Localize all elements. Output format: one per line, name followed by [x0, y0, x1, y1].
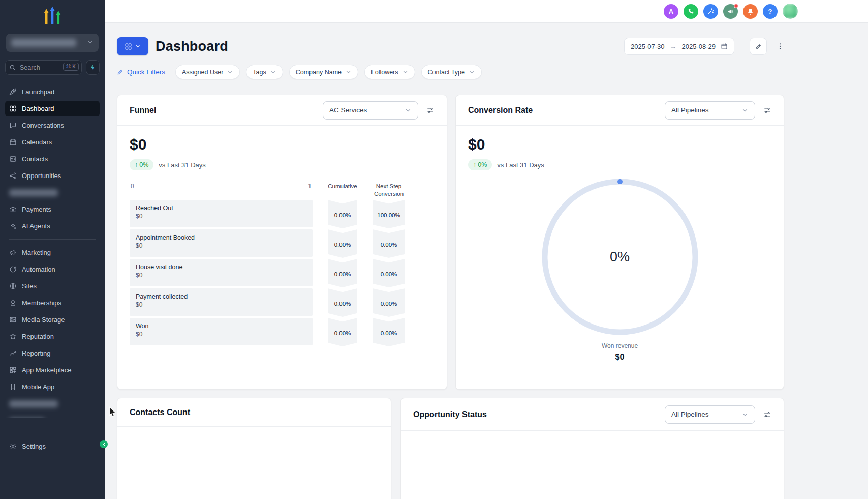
sidebar-item-label: Memberships	[22, 299, 61, 307]
bell-icon	[747, 8, 754, 15]
arrow-up-icon: ↑	[473, 161, 476, 168]
notification-dot	[734, 4, 738, 8]
sidebar-item-mobile-app[interactable]: Mobile App	[5, 379, 100, 395]
filter-assigned-user[interactable]: Assigned User	[175, 65, 240, 79]
megaphone-icon	[9, 249, 17, 256]
sidebar-item-contacts[interactable]: Contacts	[5, 151, 100, 167]
cumulative-cell: 0.00%	[328, 200, 357, 228]
pill-label: Followers	[371, 69, 398, 76]
phone-button[interactable]	[684, 4, 698, 19]
share-nodes-icon	[9, 172, 17, 180]
sidebar-item-launchpad[interactable]: Launchpad	[5, 84, 100, 100]
pill-label: Tags	[253, 69, 266, 76]
sidebar-item-opportunities[interactable]: Opportunities	[5, 168, 100, 184]
funnel-stage-payment-collected[interactable]: Payment collected $0	[130, 288, 313, 316]
opportunity-settings-button[interactable]	[763, 410, 771, 419]
sidebar-item-media-storage[interactable]: Media Storage	[5, 312, 100, 328]
sidebar-item-dashboard[interactable]: Dashboard	[5, 101, 100, 116]
funnel-stage-appointment-booked[interactable]: Appointment Booked $0	[130, 229, 313, 257]
filter-contact-type[interactable]: Contact Type	[421, 65, 482, 79]
opportunity-status-title: Opportunity Status	[413, 410, 487, 419]
conversion-settings-button[interactable]	[763, 106, 771, 114]
sidebar-item-partially-visible[interactable]	[0, 413, 105, 418]
quick-actions-button[interactable]	[86, 60, 100, 75]
opportunity-status-card: Opportunity Status All Pipelines	[400, 398, 784, 499]
sidebar-item-marketing[interactable]: Marketing	[5, 245, 100, 260]
sidebar-item-redacted[interactable]	[5, 396, 100, 412]
funnel-total-value: $0	[130, 136, 435, 153]
account-switcher[interactable]	[6, 34, 99, 52]
funnel-settings-button[interactable]	[426, 106, 435, 114]
trend-up-icon	[9, 349, 17, 357]
sidebar-item-label: Media Storage	[22, 316, 65, 324]
donut-marker-dot	[617, 179, 623, 184]
conversion-card-title: Conversion Rate	[468, 106, 533, 115]
announcements-button[interactable]	[723, 4, 738, 19]
sidebar-item-calendars[interactable]: Calendars	[5, 134, 100, 150]
cumulative-column-header: Cumulative	[328, 183, 357, 200]
funnel-pipeline-select[interactable]: AC Services	[323, 101, 418, 120]
announce-megaphone-icon	[727, 8, 734, 15]
sidebar-item-ai-agents[interactable]: AI Agents	[5, 218, 100, 234]
notifications-button[interactable]	[743, 4, 758, 19]
sidebar-collapse-button[interactable]	[100, 440, 108, 448]
sidebar-item-label: Reporting	[22, 349, 50, 357]
won-revenue-label: Won revenue	[468, 342, 771, 349]
cumulative-cell: 0.00%	[328, 288, 357, 317]
chat-icon	[9, 122, 17, 129]
sidebar-item-memberships[interactable]: Memberships	[5, 295, 100, 311]
filter-tags[interactable]: Tags	[246, 65, 283, 79]
funnel-stage-house-visit-done[interactable]: House visit done $0	[130, 259, 313, 286]
help-button[interactable]: ?	[763, 4, 778, 19]
quick-filters-button[interactable]: Quick Filters	[117, 68, 165, 76]
stage-value: $0	[136, 213, 306, 220]
sidebar-item-payments[interactable]: Payments	[5, 201, 100, 217]
edit-dashboard-button[interactable]	[750, 38, 767, 55]
star-icon	[9, 333, 17, 340]
sidebar-item-sites[interactable]: Sites	[5, 278, 100, 294]
opportunity-pipeline-select[interactable]: All Pipelines	[665, 405, 755, 424]
more-options-button[interactable]	[776, 42, 784, 50]
calendar-icon	[9, 138, 17, 146]
sidebar-item-label: Calendars	[22, 138, 52, 146]
user-avatar[interactable]	[783, 4, 798, 19]
mobile-icon	[9, 383, 17, 391]
chevron-left-icon	[102, 442, 106, 447]
arrow-right-icon: →	[670, 42, 677, 50]
magic-wand-button[interactable]	[703, 4, 718, 19]
sidebar: ⌘ K Launchpad Dashboard Conversations Ca…	[0, 0, 105, 499]
dashboard-switcher-button[interactable]	[117, 37, 148, 55]
filter-followers[interactable]: Followers	[364, 65, 415, 79]
sidebar-item-conversations[interactable]: Conversations	[5, 118, 100, 133]
sidebar-item-label: Sites	[22, 282, 37, 290]
translate-button[interactable]: A	[664, 4, 678, 19]
bank-icon	[9, 206, 17, 213]
sidebar-item-automation[interactable]: Automation	[5, 261, 100, 277]
delta-value: 0%	[478, 161, 487, 168]
won-revenue-value: $0	[468, 353, 771, 362]
nav-divider	[9, 239, 96, 240]
stage-label: Reached Out	[136, 204, 306, 212]
conversion-pipeline-select[interactable]: All Pipelines	[665, 101, 755, 120]
chevron-down-icon	[741, 107, 749, 114]
funnel-chart: 0 1 Reached Out $0 Appointment Booked $0	[130, 183, 435, 347]
wand-icon	[707, 8, 715, 15]
sidebar-item-settings[interactable]: Settings	[5, 438, 100, 454]
app-logo	[0, 0, 105, 32]
date-range-picker[interactable]: 2025-07-30 → 2025-08-29	[624, 38, 734, 55]
stage-value: $0	[136, 331, 306, 338]
sidebar-item-reputation[interactable]: Reputation	[5, 329, 100, 344]
sidebar-item-app-marketplace[interactable]: App Marketplace	[5, 362, 100, 378]
sidebar-item-redacted[interactable]	[5, 185, 100, 200]
sidebar-item-reporting[interactable]: Reporting	[5, 345, 100, 361]
conversion-delta-badge: ↑0%	[468, 159, 492, 170]
logo-icon	[41, 6, 64, 26]
filter-company-name[interactable]: Company Name	[289, 65, 358, 79]
next-step-column-header: Next Step Conversion	[373, 183, 405, 200]
funnel-axis: 0 1	[130, 183, 313, 200]
chevron-down-icon	[345, 69, 352, 75]
contacts-count-card: Contacts Count	[117, 398, 391, 499]
funnel-stage-reached-out[interactable]: Reached Out $0	[130, 200, 313, 227]
sidebar-item-label: Settings	[22, 443, 46, 450]
funnel-stage-won[interactable]: Won $0	[130, 318, 313, 345]
